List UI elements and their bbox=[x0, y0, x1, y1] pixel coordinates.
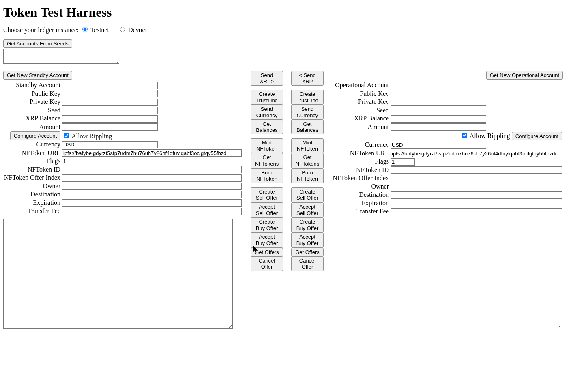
operational-pubkey-input[interactable] bbox=[391, 90, 486, 97]
operational-account-label: Operational Account bbox=[332, 81, 390, 90]
standby-expiration-label: Expiration bbox=[3, 199, 61, 207]
ledger-devnet-option[interactable]: Devnet bbox=[118, 26, 147, 33]
standby-get-balances-button[interactable]: Get Balances bbox=[251, 120, 283, 134]
standby-owner-input[interactable] bbox=[62, 183, 242, 190]
standby-transferfee-input[interactable] bbox=[62, 208, 242, 215]
operational-configure-account-button[interactable]: Configure Account bbox=[512, 132, 562, 140]
standby-send-currency-button[interactable]: Send Currency bbox=[251, 105, 283, 120]
standby-currency-label: Currency bbox=[3, 140, 61, 149]
standby-accept-sell-offer-button[interactable]: Accept Sell Offer bbox=[251, 202, 283, 217]
standby-create-trustline-button[interactable]: Create TrustLine bbox=[251, 90, 283, 105]
standby-nftid-input[interactable] bbox=[62, 166, 242, 173]
standby-get-offers-button[interactable]: Get Offers bbox=[251, 248, 283, 256]
get-accounts-from-seeds-button[interactable]: Get Accounts From Seeds bbox=[3, 39, 72, 48]
standby-flags-input[interactable] bbox=[62, 158, 86, 165]
standby-expiration-input[interactable] bbox=[62, 199, 242, 207]
operational-column: Get New Operational Account Operational … bbox=[332, 71, 563, 331]
standby-owner-label: Owner bbox=[3, 182, 61, 191]
ledger-prompt: Choose your ledger instance: bbox=[3, 26, 79, 33]
ledger-testnet-option[interactable]: Testnet bbox=[80, 26, 111, 33]
operational-privkey-input[interactable] bbox=[391, 99, 486, 106]
ledger-devnet-label: Devnet bbox=[128, 26, 147, 33]
get-new-operational-account-button[interactable]: Get New Operational Account bbox=[486, 71, 563, 80]
ledger-devnet-radio[interactable] bbox=[120, 27, 125, 32]
operational-get-offers-button[interactable]: Get Offers bbox=[291, 248, 324, 256]
standby-burn-nft-button[interactable]: Burn NFToken bbox=[251, 168, 283, 183]
operational-flags-input[interactable] bbox=[391, 158, 415, 166]
standby-seed-input[interactable] bbox=[62, 107, 158, 114]
operational-nfturl-input[interactable] bbox=[391, 150, 562, 157]
operational-amount-input[interactable] bbox=[391, 123, 486, 131]
operational-seed-input[interactable] bbox=[391, 107, 486, 114]
standby-offerindex-input[interactable] bbox=[62, 174, 242, 182]
seeds-textarea[interactable] bbox=[3, 49, 119, 64]
standby-configure-account-button[interactable]: Configure Account bbox=[10, 131, 60, 140]
standby-nfturl-input[interactable] bbox=[62, 149, 242, 157]
operational-destination-input[interactable] bbox=[391, 192, 562, 199]
operational-balance-input[interactable] bbox=[391, 115, 486, 123]
standby-nfturl-label: NFToken URL bbox=[3, 149, 61, 157]
operational-accept-buy-offer-button[interactable]: Accept Buy Offer bbox=[291, 232, 324, 247]
send-xrp-right-button[interactable]: Send XRP> bbox=[251, 71, 283, 86]
standby-mint-nft-button[interactable]: Mint NFToken bbox=[251, 138, 283, 153]
operational-currency-input[interactable] bbox=[391, 142, 486, 149]
operational-cancel-offer-button[interactable]: Cancel Offer bbox=[291, 256, 324, 271]
operational-allow-rippling-checkbox[interactable] bbox=[462, 133, 467, 138]
standby-nftid-label: NFToken ID bbox=[3, 166, 61, 174]
operational-burn-nft-button[interactable]: Burn NFToken bbox=[291, 168, 324, 183]
operational-allow-rippling-label: Allow Rippling bbox=[470, 132, 510, 139]
operational-offerindex-input[interactable] bbox=[391, 175, 562, 182]
operational-offerindex-label: NFToken Offer Index bbox=[332, 174, 390, 183]
operational-log-textarea[interactable] bbox=[332, 219, 561, 329]
operational-account-input[interactable] bbox=[391, 82, 486, 89]
operational-mint-nft-button[interactable]: Mint NFToken bbox=[291, 138, 324, 153]
operational-balance-label: XRP Balance bbox=[332, 114, 390, 123]
standby-amount-input[interactable] bbox=[62, 123, 158, 131]
standby-pubkey-label: Public Key bbox=[3, 90, 61, 98]
standby-offerindex-label: NFToken Offer Index bbox=[3, 174, 61, 182]
standby-create-sell-offer-button[interactable]: Create Sell Offer bbox=[251, 187, 283, 202]
operational-privkey-label: Private Key bbox=[332, 98, 390, 106]
standby-destination-input[interactable] bbox=[62, 191, 242, 198]
operational-owner-input[interactable] bbox=[391, 183, 562, 190]
operational-nftid-label: NFToken ID bbox=[332, 166, 390, 174]
standby-allow-rippling-checkbox[interactable] bbox=[64, 133, 69, 138]
operational-get-nfts-button[interactable]: Get NFTokens bbox=[291, 153, 324, 168]
operational-amount-label: Amount bbox=[332, 123, 390, 131]
standby-create-buy-offer-button[interactable]: Create Buy Offer bbox=[251, 217, 283, 232]
standby-column: Get New Standby Account Standby Account … bbox=[3, 71, 242, 330]
standby-privkey-input[interactable] bbox=[62, 99, 158, 106]
operational-nftid-input[interactable] bbox=[391, 166, 562, 174]
standby-pubkey-input[interactable] bbox=[62, 90, 158, 97]
ledger-selector: Choose your ledger instance: Testnet Dev… bbox=[3, 26, 585, 34]
operational-create-trustline-button[interactable]: Create TrustLine bbox=[291, 90, 324, 105]
ledger-testnet-label: Testnet bbox=[90, 26, 109, 33]
standby-transferfee-label: Transfer Fee bbox=[3, 207, 61, 215]
operational-expiration-label: Expiration bbox=[332, 199, 390, 208]
operational-accept-sell-offer-button[interactable]: Accept Sell Offer bbox=[291, 202, 324, 217]
standby-allow-rippling-label: Allow Rippling bbox=[71, 133, 112, 140]
operational-transferfee-input[interactable] bbox=[391, 208, 562, 215]
standby-cancel-offer-button[interactable]: Cancel Offer bbox=[251, 256, 283, 271]
standby-currency-input[interactable] bbox=[62, 141, 158, 148]
operational-destination-label: Destination bbox=[332, 191, 390, 199]
get-new-standby-account-button[interactable]: Get New Standby Account bbox=[3, 71, 72, 80]
operational-flags-label: Flags bbox=[332, 157, 390, 166]
standby-get-nfts-button[interactable]: Get NFTokens bbox=[251, 153, 283, 168]
standby-log-textarea[interactable] bbox=[3, 219, 233, 329]
operational-get-balances-button[interactable]: Get Balances bbox=[291, 120, 324, 134]
operational-transferfee-label: Transfer Fee bbox=[332, 207, 390, 216]
standby-account-input[interactable] bbox=[62, 82, 158, 89]
operational-create-sell-offer-button[interactable]: Create Sell Offer bbox=[291, 187, 324, 202]
operational-expiration-input[interactable] bbox=[391, 200, 562, 207]
ledger-testnet-radio[interactable] bbox=[82, 27, 88, 32]
operational-send-currency-button[interactable]: Send Currency bbox=[291, 105, 324, 120]
operational-seed-label: Seed bbox=[332, 106, 390, 115]
seed-block: Get Accounts From Seeds bbox=[3, 39, 585, 64]
operational-create-buy-offer-button[interactable]: Create Buy Offer bbox=[291, 217, 324, 232]
standby-accept-buy-offer-button[interactable]: Accept Buy Offer bbox=[251, 232, 283, 247]
standby-balance-input[interactable] bbox=[62, 115, 158, 123]
send-xrp-left-button[interactable]: < Send XRP bbox=[291, 71, 324, 86]
operational-owner-label: Owner bbox=[332, 183, 390, 191]
operational-nfturl-label: NFToken URL bbox=[332, 149, 390, 158]
